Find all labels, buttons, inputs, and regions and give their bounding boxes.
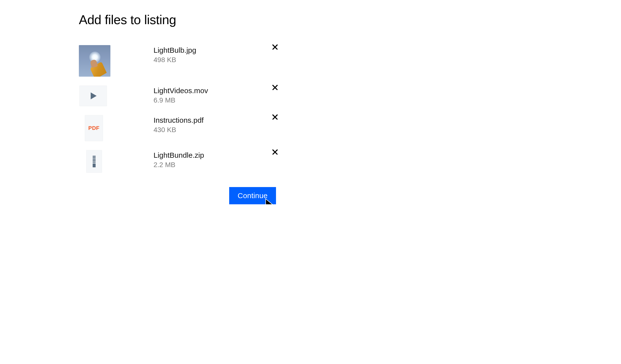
remove-file-button[interactable] xyxy=(267,86,276,95)
close-icon xyxy=(268,47,275,53)
file-name: Instructions.pdf xyxy=(154,116,267,124)
file-name: LightBulb.jpg xyxy=(154,46,267,54)
play-icon xyxy=(91,92,97,99)
file-size: 6.9 MB xyxy=(154,96,267,104)
file-name: LightBundle.zip xyxy=(154,151,267,159)
file-row: PDF Instructions.pdf 430 KB xyxy=(79,111,276,146)
remove-file-button[interactable] xyxy=(267,151,276,159)
file-size: 498 KB xyxy=(154,56,267,64)
dialog-title: Add files to listing xyxy=(79,12,276,27)
zip-thumbnail xyxy=(86,150,102,173)
file-row: LightBulb.jpg 498 KB xyxy=(79,41,276,81)
remove-file-button[interactable] xyxy=(267,116,276,124)
close-icon xyxy=(268,87,275,94)
dialog-footer: Continue xyxy=(79,187,276,204)
file-size: 2.2 MB xyxy=(154,161,267,169)
pdf-thumbnail: PDF xyxy=(85,115,103,141)
continue-button[interactable]: Continue xyxy=(229,187,276,204)
upload-dialog: Add files to listing LightBulb.jpg 498 K… xyxy=(79,12,276,204)
close-icon xyxy=(268,152,275,158)
zip-icon xyxy=(93,156,96,167)
image-thumbnail xyxy=(79,45,110,77)
file-row: LightBundle.zip 2.2 MB xyxy=(79,146,276,177)
file-size: 430 KB xyxy=(154,126,267,134)
remove-file-button[interactable] xyxy=(267,46,276,54)
video-thumbnail xyxy=(79,86,107,106)
file-row: LightVideos.mov 6.9 MB xyxy=(79,81,276,111)
pdf-icon: PDF xyxy=(88,125,100,131)
close-icon xyxy=(268,117,275,123)
file-list: LightBulb.jpg 498 KB LightVideos.mov 6.9… xyxy=(79,41,276,177)
file-name: LightVideos.mov xyxy=(154,87,267,95)
